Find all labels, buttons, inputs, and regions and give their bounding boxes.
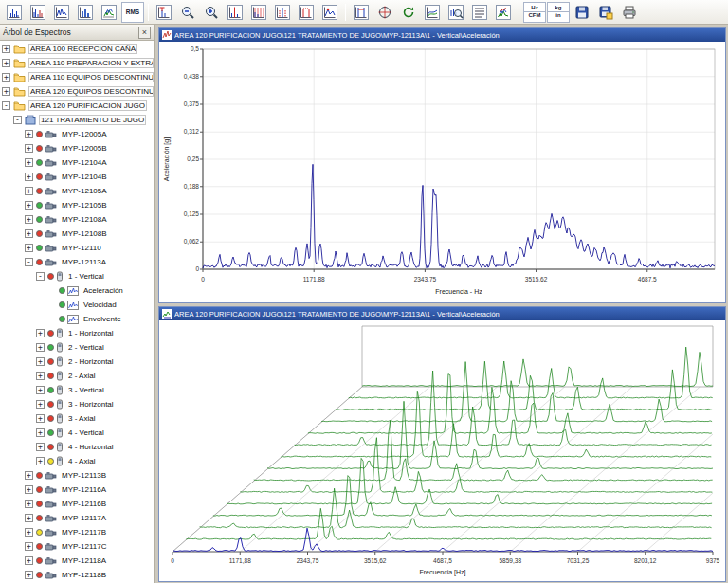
expand-icon[interactable]: + [25, 571, 33, 579]
tree-item-myp-12108a[interactable]: +MYP-12108A [0, 212, 154, 227]
tree-item-3-vertical[interactable]: +3 - Vertical [0, 383, 154, 397]
expand-icon[interactable]: + [36, 329, 45, 337]
tree-item-myp-12105b[interactable]: +MYP-12105B [0, 198, 154, 212]
delta-cursor-button[interactable] [350, 2, 373, 23]
expand-icon[interactable]: + [25, 158, 33, 167]
expand-icon[interactable]: + [25, 215, 33, 224]
export-button[interactable] [594, 2, 617, 23]
save-button[interactable] [571, 2, 593, 23]
tree-item-myp-12104b[interactable]: +MYP-12104B [0, 170, 154, 184]
tree-item-area-110-preparacion-y-extrac[interactable]: +AREA 110 PREPARACION Y EXTRAC [0, 56, 154, 70]
tree-item-area-110-equipos-descontinua[interactable]: +AREA 110 EQUIPOS DESCONTINUA [0, 70, 154, 84]
collapse-icon[interactable]: - [36, 272, 45, 281]
zoom-in-button[interactable] [200, 2, 223, 23]
waterfall-chart-area[interactable]: 01171,882343,753515,624687,55859,387031,… [159, 320, 725, 581]
bar-spectrum-button[interactable] [74, 2, 97, 23]
tree-item-1-horizontal[interactable]: +1 - Horizontal [0, 326, 154, 340]
expand-icon[interactable]: + [25, 244, 33, 252]
tree-item-myp-12116a[interactable]: +MYP-12116A [0, 483, 154, 497]
tree-item-area-120-purificacion-jugo[interactable]: -AREA 120 PURIFICACION JUGO [0, 99, 154, 113]
expand-icon[interactable]: + [2, 73, 10, 82]
collapse-icon[interactable]: - [2, 101, 10, 110]
crosshair-button[interactable] [373, 2, 396, 23]
expand-icon[interactable]: + [25, 173, 33, 181]
band-cursor-button[interactable] [295, 2, 318, 23]
expand-icon[interactable]: + [2, 59, 10, 67]
collapse-icon[interactable]: - [13, 116, 22, 124]
tree-item-myp-12113b[interactable]: +MYP-12113B [0, 468, 154, 483]
expand-icon[interactable]: + [36, 443, 45, 451]
zoom-out-button[interactable] [176, 2, 199, 23]
units-frequency-button[interactable]: HzCFM [523, 2, 546, 23]
expand-icon[interactable]: + [25, 187, 33, 195]
single-spectrum-button[interactable] [3, 2, 26, 23]
units-amplitude-button[interactable]: kgin [547, 2, 570, 23]
peak-cursor-button[interactable] [318, 2, 341, 23]
tree-item-2-vertical[interactable]: +2 - Vertical [0, 340, 154, 355]
expand-icon[interactable]: + [36, 372, 45, 380]
tree-item-myp-12005a[interactable]: +MYP-12005A [0, 127, 154, 141]
zoom-window-button[interactable] [445, 2, 467, 23]
tree-item-myp-12005b[interactable]: +MYP-12005B [0, 141, 154, 155]
expand-icon[interactable]: + [25, 500, 33, 508]
expand-icon[interactable]: + [25, 471, 33, 480]
expand-icon[interactable]: + [25, 514, 33, 522]
tree-item-myp-12117b[interactable]: +MYP-12117B [0, 525, 154, 539]
tree-item-velocidad[interactable]: +Velocidad [0, 298, 154, 312]
tree-item-myp-12117c[interactable]: +MYP-12117C [0, 539, 154, 554]
spectrum-cursor-button[interactable] [153, 2, 175, 23]
compare-spectra-button[interactable] [421, 2, 444, 23]
cursor-button[interactable] [224, 2, 246, 23]
peak-list-button[interactable] [468, 2, 491, 23]
tree-item-area-100-recepcion-ca-a[interactable]: +AREA 100 RECEPCION CAÑA [0, 42, 154, 56]
expand-icon[interactable]: + [36, 386, 45, 394]
tree-item-4-horizontal[interactable]: +4 - Horizontal [0, 440, 154, 454]
dual-spectrum-button[interactable] [27, 2, 49, 23]
tree-panel-close-button[interactable]: × [138, 27, 151, 39]
expand-icon[interactable]: + [36, 400, 45, 409]
tree-item-4-vertical[interactable]: +4 - Vertical [0, 426, 154, 440]
expand-icon[interactable]: + [2, 45, 10, 53]
harmonics-button[interactable] [247, 2, 270, 23]
expand-icon[interactable]: + [36, 428, 45, 437]
tree-item-area-120-equipos-descontinua[interactable]: +AREA 120 EQUIPOS DESCONTINUA [0, 84, 154, 99]
print-button[interactable] [618, 2, 641, 23]
cascade-view-button[interactable] [98, 2, 120, 23]
refresh-button[interactable] [397, 2, 420, 23]
expand-icon[interactable]: + [36, 343, 45, 352]
expand-icon[interactable]: + [25, 201, 33, 210]
tree-item-aceleraci-n[interactable]: +Aceleración [0, 283, 154, 298]
tree-item-3-axial[interactable]: +3 - Axial [0, 411, 154, 426]
tree-item-myp-12110[interactable]: +MYP-12110 [0, 241, 154, 255]
tree-item-myp-12104a[interactable]: +MYP-12104A [0, 155, 154, 170]
expand-icon[interactable]: + [25, 528, 33, 537]
tree-item-3-horizontal[interactable]: +3 - Horizontal [0, 397, 154, 411]
collapse-icon[interactable]: - [25, 258, 33, 266]
tree-item-myp-12118a[interactable]: +MYP-12118A [0, 554, 154, 568]
tree-item-121-tratamiento-de-jugo[interactable]: -121 TRATAMIENTO DE JUGO [0, 113, 154, 127]
expand-icon[interactable]: + [25, 485, 33, 494]
waterfall-chart[interactable]: 01171,882343,753515,624687,55859,387031,… [159, 320, 725, 581]
tree-item-myp-12117a[interactable]: +MYP-12117A [0, 511, 154, 525]
rms-button[interactable]: RMS [121, 2, 144, 23]
tree-item-myp-12118b[interactable]: +MYP-12118B [0, 568, 154, 582]
tree-item-myp-12108b[interactable]: +MYP-12108B [0, 227, 154, 241]
tree-item-envolvente[interactable]: +Envolvente [0, 312, 154, 326]
tree-item-myp-12105a[interactable]: +MYP-12105A [0, 184, 154, 198]
tree-item-2-axial[interactable]: +2 - Axial [0, 369, 154, 383]
expand-icon[interactable]: + [36, 457, 45, 465]
expand-icon[interactable]: + [25, 130, 33, 138]
tree-item-1-vertical[interactable]: -1 - Vertical [0, 269, 154, 283]
expand-icon[interactable]: + [2, 87, 10, 96]
overlay-spectrum-button[interactable] [50, 2, 73, 23]
tree-item-myp-12113a[interactable]: -MYP-12113A [0, 255, 154, 269]
expand-icon[interactable]: + [36, 414, 45, 423]
expand-icon[interactable]: + [25, 542, 33, 551]
expand-icon[interactable]: + [25, 229, 33, 238]
tree-item-myp-12116b[interactable]: +MYP-12116B [0, 497, 154, 511]
expand-icon[interactable]: + [36, 357, 45, 366]
spectrum-chart-area[interactable]: 00,0620,1250,1880,250,3120,3750,4380,501… [159, 42, 725, 302]
expand-icon[interactable]: + [25, 144, 33, 153]
waterfall-3d-button[interactable] [492, 2, 515, 23]
spectrum-chart[interactable]: 00,0620,1250,1880,250,3120,3750,4380,501… [159, 42, 725, 302]
